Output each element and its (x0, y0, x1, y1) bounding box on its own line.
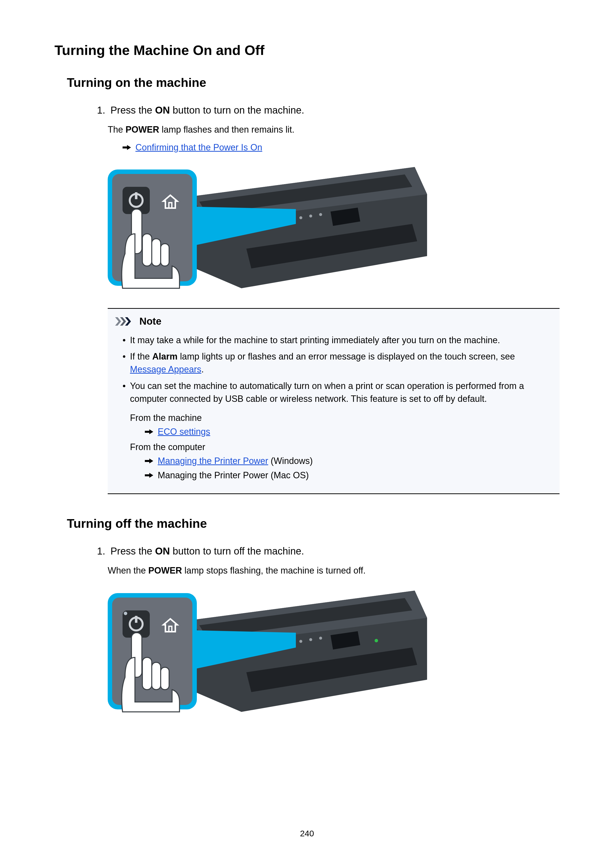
note-title: Note (139, 316, 162, 327)
link-confirm-power[interactable]: Confirming that the Power Is On (135, 142, 262, 153)
chevrons-icon (115, 317, 135, 326)
note-b2-prefix: If the (130, 351, 152, 361)
text-windows-suffix: (Windows) (268, 456, 313, 466)
svg-rect-38 (152, 662, 161, 690)
step-text-prefix: Press the (110, 105, 155, 116)
note-box: Note It may take a while for the machine… (108, 308, 560, 494)
svg-rect-17 (152, 239, 161, 266)
sub-text-suffix: lamp flashes and then remains lit. (159, 124, 294, 135)
svg-rect-33 (135, 616, 137, 623)
note-bullet-1: It may take a while for the machine to s… (123, 334, 552, 347)
svg-point-27 (375, 639, 378, 642)
svg-point-6 (309, 214, 312, 217)
step-number: 1. (92, 546, 105, 557)
page-number: 240 (0, 829, 614, 838)
step-1-on: 1. Press the ON button to turn on the ma… (92, 105, 560, 494)
svg-rect-16 (142, 234, 152, 266)
svg-point-7 (319, 213, 322, 216)
sub-text-bold: POWER (148, 566, 182, 575)
section-heading-off: Turning off the machine (67, 516, 560, 531)
step-text-bold: ON (155, 105, 170, 116)
page-title: Turning the Machine On and Off (54, 42, 560, 58)
step-text-suffix: button to turn on the machine. (170, 105, 304, 116)
step-1-off: 1. Press the ON button to turn off the m… (92, 546, 560, 717)
illustration-power-on (108, 160, 427, 293)
sub-text-prefix: When the (108, 566, 148, 575)
note-b2-mid: lamp lights up or flashes and an error m… (177, 351, 515, 361)
sub-text-suffix: lamp stops flashing, the machine is turn… (182, 566, 366, 575)
svg-point-26 (319, 637, 322, 640)
arrow-right-icon (145, 472, 153, 479)
sub-text-prefix: The (108, 124, 126, 135)
link-manage-power-win[interactable]: Managing the Printer Power (158, 456, 268, 466)
note-b2-suffix: . (201, 364, 204, 374)
link-message-appears[interactable]: Message Appears (130, 364, 201, 374)
note-bullet-2: If the Alarm lamp lights up or flashes a… (123, 350, 552, 376)
note-bullets: It may take a while for the machine to s… (123, 334, 552, 405)
text-manage-power-mac: Managing the Printer Power (158, 470, 268, 480)
svg-rect-13 (135, 192, 137, 199)
step-text-prefix: Press the (110, 546, 155, 556)
svg-rect-39 (161, 667, 169, 690)
step-number: 1. (92, 105, 105, 116)
svg-point-34 (124, 612, 127, 615)
svg-point-24 (299, 640, 302, 643)
arrow-right-icon (145, 428, 153, 435)
svg-point-25 (309, 638, 312, 641)
svg-point-5 (299, 216, 302, 219)
note-bullet-3: You can set the machine to automatically… (123, 380, 552, 405)
link-eco-settings[interactable]: ECO settings (158, 426, 210, 437)
svg-rect-18 (161, 244, 169, 266)
sub-text-bold: POWER (126, 124, 159, 135)
step-text-suffix: button to turn off the machine. (170, 546, 304, 556)
note-from-machine: From the machine (130, 413, 552, 423)
svg-rect-37 (142, 657, 152, 690)
step-text-bold: ON (155, 546, 170, 556)
illustration-power-off (108, 583, 427, 717)
section-heading-on: Turning on the machine (67, 76, 560, 90)
arrow-right-icon (145, 457, 153, 465)
note-from-computer: From the computer (130, 442, 552, 452)
text-mac-suffix: (Mac OS) (268, 470, 309, 480)
note-b2-bold: Alarm (152, 351, 177, 361)
arrow-right-icon (123, 144, 131, 151)
